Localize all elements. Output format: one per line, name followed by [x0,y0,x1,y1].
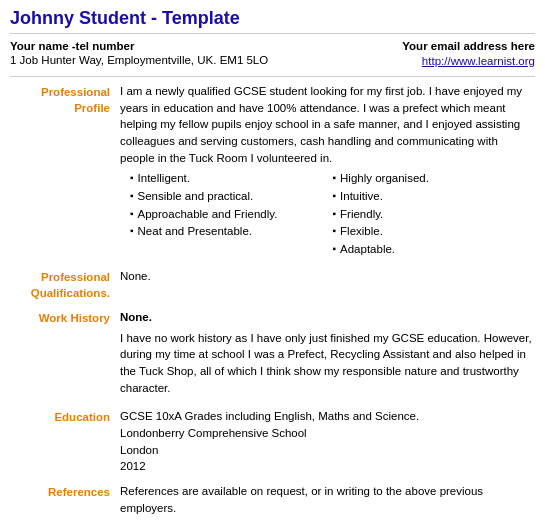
website-link-container: http://www.learnist.org [422,54,535,68]
bullet-right-2: Intuitive. [333,188,536,205]
address-text: 1 Job Hunter Way, Employmentville, UK. E… [10,54,268,68]
bullet-right-3: Friendly. [333,206,536,223]
professional-profile-section: Professional Profile I am a newly qualif… [10,83,535,260]
email-label: Your email address here [402,40,535,52]
professional-profile-label: Professional Profile [10,83,120,116]
bullet-right-5: Adaptable. [333,241,536,258]
professional-profile-content: I am a newly qualified GCSE student look… [120,83,535,260]
work-history-section: Work History None. I have no work histor… [10,309,535,400]
bullet-grid: Intelligent. Highly organised. Sensible … [130,170,535,257]
bullet-right-1: Highly organised. [333,170,536,187]
education-content: GCSE 10xA Grades including English, Math… [120,408,535,475]
qualifications-label: Professional Qualifications. [10,268,120,301]
references-label: References [10,483,120,500]
work-history-none: None. [120,309,535,326]
work-history-content: None. I have no work history as I have o… [120,309,535,400]
references-section: References References are available on r… [10,483,535,516]
education-label: Education [10,408,120,425]
page-container: Johnny Student - Template Your name -tel… [0,0,545,531]
work-history-label: Work History [10,309,120,326]
bullet-left-2: Sensible and practical. [130,188,333,205]
education-section: Education GCSE 10xA Grades including Eng… [10,408,535,475]
education-line-3: London [120,442,535,459]
education-line-2: Londonberry Comprehensive School [120,425,535,442]
name-tel-label: Your name -tel number [10,40,134,52]
references-content: References are available on request, or … [120,483,535,516]
bullet-left-3: Approachable and Friendly. [130,206,333,223]
page-title: Johnny Student - Template [10,8,535,34]
work-history-detail: I have no work history as I have only ju… [120,330,535,397]
divider [10,76,535,77]
qualifications-content: None. [120,268,535,285]
profile-intro: I am a newly qualified GCSE student look… [120,83,535,166]
bullet-left-1: Intelligent. [130,170,333,187]
website-link[interactable]: http://www.learnist.org [422,55,535,67]
education-line-4: 2012 [120,458,535,475]
education-line-1: GCSE 10xA Grades including English, Math… [120,408,535,425]
header-row: Your name -tel number Your email address… [10,40,535,52]
qualifications-section: Professional Qualifications. None. [10,268,535,301]
bullet-right-4: Flexible. [333,223,536,240]
address-row: 1 Job Hunter Way, Employmentville, UK. E… [10,54,535,68]
bullet-left-4: Neat and Presentable. [130,223,333,240]
